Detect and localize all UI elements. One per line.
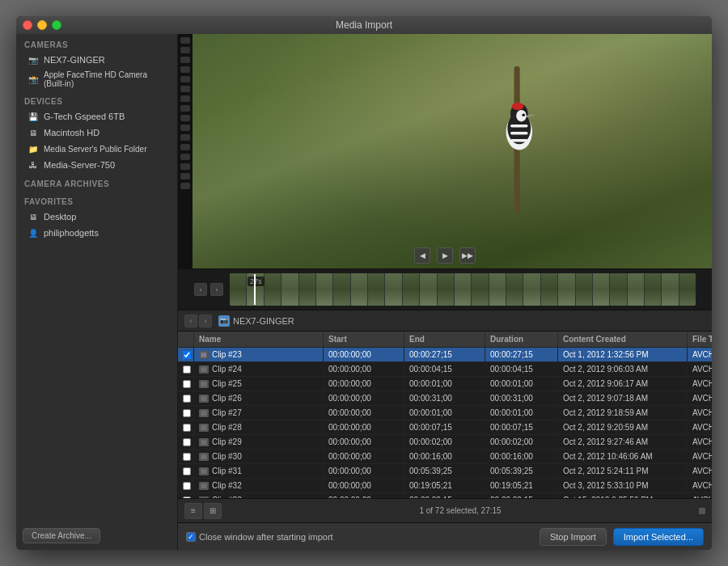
minimize-button[interactable] bbox=[37, 20, 47, 30]
favorites-section-header: FAVORITES bbox=[16, 191, 177, 209]
stop-import-button[interactable]: Stop Import bbox=[540, 528, 607, 546]
sidebar-item-public-folder[interactable]: Media Server's Public Folder bbox=[16, 141, 177, 157]
scrubber-forward-button[interactable]: › bbox=[210, 283, 223, 296]
scrubber-label: 27s bbox=[248, 277, 265, 286]
table-row[interactable]: Clip #27 00:00:00;00 00:00:01;00 00:00:0… bbox=[178, 406, 712, 420]
scrubber-indicator[interactable] bbox=[254, 274, 256, 305]
breadcrumb-back-button[interactable]: ‹ bbox=[184, 315, 197, 327]
td-name: Clip #31 bbox=[194, 464, 324, 478]
film-hole bbox=[180, 154, 190, 160]
table-row[interactable]: Clip #26 00:00:00;00 00:00:31;00 00:00:3… bbox=[178, 391, 712, 406]
th-name[interactable]: Name bbox=[194, 332, 324, 347]
td-check[interactable] bbox=[178, 479, 194, 492]
row-checkbox[interactable] bbox=[183, 453, 191, 461]
sidebar-item-gtech[interactable]: G-Tech Gspeed 6TB bbox=[16, 108, 177, 125]
td-file-type: AVCHD bbox=[688, 348, 712, 361]
td-check[interactable] bbox=[178, 362, 194, 376]
row-checkbox[interactable] bbox=[183, 395, 191, 403]
td-check[interactable] bbox=[178, 377, 194, 391]
th-end[interactable]: End bbox=[404, 332, 485, 347]
table-row[interactable]: Clip #28 00:00:00;00 00:00:07;15 00:00:0… bbox=[178, 420, 712, 435]
th-check[interactable] bbox=[178, 332, 194, 347]
sidebar-item-nex7[interactable]: NEX7-GINGER bbox=[16, 52, 177, 68]
td-check[interactable] bbox=[178, 391, 194, 405]
table-row[interactable]: Clip #31 00:00:00;00 00:05:39;25 00:05:3… bbox=[178, 464, 712, 479]
td-check[interactable] bbox=[178, 435, 194, 449]
table-row[interactable]: Clip #32 00:00:00;00 00:19:05;21 00:19:0… bbox=[178, 479, 712, 493]
grid-view-button[interactable]: ⊞ bbox=[204, 503, 222, 519]
close-window-checkbox-label[interactable]: Close window after starting import bbox=[186, 532, 333, 542]
next-frame-button[interactable]: ▶▶ bbox=[459, 247, 476, 264]
close-button[interactable] bbox=[23, 20, 32, 30]
td-content-created: Oct 2, 2012 9:20:59 AM bbox=[558, 420, 688, 434]
table-row[interactable]: Clip #24 00:00:00;00 00:00:04;15 00:00:0… bbox=[178, 362, 712, 377]
window-buttons bbox=[23, 20, 61, 30]
film-frame bbox=[506, 273, 523, 306]
titlebar: Media Import bbox=[16, 16, 712, 34]
film-hole bbox=[180, 57, 190, 63]
film-frame bbox=[281, 273, 298, 306]
td-end: 00:00:31;00 bbox=[404, 391, 485, 405]
table-row[interactable]: Clip #29 00:00:00;00 00:00:02;00 00:00:0… bbox=[178, 435, 712, 450]
sidebar-item-facetime[interactable]: Apple FaceTime HD Camera (Built-in) bbox=[16, 68, 177, 91]
td-duration: 00:00:04;15 bbox=[485, 362, 558, 376]
film-hole bbox=[180, 66, 190, 73]
close-window-checkbox[interactable] bbox=[186, 532, 196, 542]
film-hole bbox=[180, 86, 190, 92]
td-check[interactable] bbox=[178, 450, 194, 463]
th-start[interactable]: Start bbox=[324, 332, 404, 347]
list-view-button[interactable]: ≡ bbox=[184, 503, 202, 519]
film-frame bbox=[333, 273, 349, 306]
filmstrip-track[interactable]: 27s bbox=[230, 273, 696, 306]
filmstrip-scrubber[interactable]: ‹ › 27s bbox=[178, 268, 712, 310]
row-checkbox[interactable] bbox=[183, 467, 191, 475]
th-file-type[interactable]: File Type bbox=[688, 332, 712, 347]
bottom-bar: ≡ ⊞ 1 of 72 selected, 27:15 bbox=[178, 498, 712, 522]
sidebar-item-philip[interactable]: philiphodgetts bbox=[16, 225, 177, 241]
play-button[interactable]: ▶ bbox=[437, 247, 453, 264]
prev-frame-button[interactable]: ◀ bbox=[414, 247, 430, 264]
th-duration[interactable]: Duration bbox=[485, 332, 558, 347]
td-end: 00:00:01;00 bbox=[404, 377, 485, 391]
td-file-type: AVCHD bbox=[688, 464, 712, 478]
th-content-created[interactable]: Content Created bbox=[558, 332, 688, 347]
row-checkbox[interactable] bbox=[183, 438, 191, 446]
clip-icon bbox=[199, 482, 209, 490]
row-checkbox[interactable] bbox=[183, 380, 191, 388]
td-check[interactable] bbox=[178, 348, 194, 361]
breadcrumb-path-icon: 📷 bbox=[218, 315, 230, 327]
row-checkbox[interactable] bbox=[183, 351, 191, 359]
td-name: Clip #23 bbox=[194, 348, 324, 361]
td-duration: 00:00:07;15 bbox=[485, 420, 558, 434]
film-frame bbox=[593, 273, 609, 306]
film-hole bbox=[180, 144, 190, 150]
row-checkbox[interactable] bbox=[183, 424, 191, 432]
row-checkbox[interactable] bbox=[183, 365, 191, 374]
sidebar-item-macintosh[interactable]: Macintosh HD bbox=[16, 125, 177, 141]
td-check[interactable] bbox=[178, 464, 194, 478]
filmstrip-frames bbox=[230, 273, 696, 306]
status-text: 1 of 72 selected, 27:15 bbox=[385, 506, 535, 515]
maximize-button[interactable] bbox=[52, 20, 61, 30]
scrubber-nav: ‹ › bbox=[194, 283, 223, 296]
breadcrumb-forward-button[interactable]: › bbox=[199, 315, 212, 327]
td-check[interactable] bbox=[178, 406, 194, 420]
td-end: 00:00:02;00 bbox=[404, 435, 485, 449]
archives-section-header: CAMERA ARCHIVES bbox=[16, 173, 177, 191]
create-archive-button[interactable]: Create Archive... bbox=[23, 528, 100, 543]
sidebar-item-media-server[interactable]: Media-Server-750 bbox=[16, 157, 177, 173]
import-selected-button[interactable]: Import Selected... bbox=[613, 528, 704, 546]
td-file-type: AVCHD bbox=[688, 377, 712, 391]
table-row[interactable]: Clip #23 00:00:00;00 00:00:27;15 00:00:2… bbox=[178, 348, 712, 362]
row-checkbox[interactable] bbox=[183, 409, 191, 417]
td-check[interactable] bbox=[178, 420, 194, 434]
td-name: Clip #32 bbox=[194, 479, 324, 492]
td-content-created: Oct 2, 2012 5:24:11 PM bbox=[558, 464, 688, 478]
sidebar-item-desktop[interactable]: Desktop bbox=[16, 209, 177, 225]
scrubber-back-button[interactable]: ‹ bbox=[194, 283, 207, 296]
row-checkbox[interactable] bbox=[183, 482, 191, 490]
svg-point-10 bbox=[522, 114, 525, 117]
desktop-icon bbox=[28, 211, 39, 222]
table-row[interactable]: Clip #30 00:00:00;00 00:00:16;00 00:00:1… bbox=[178, 450, 712, 464]
table-row[interactable]: Clip #25 00:00:00;00 00:00:01;00 00:00:0… bbox=[178, 377, 712, 391]
